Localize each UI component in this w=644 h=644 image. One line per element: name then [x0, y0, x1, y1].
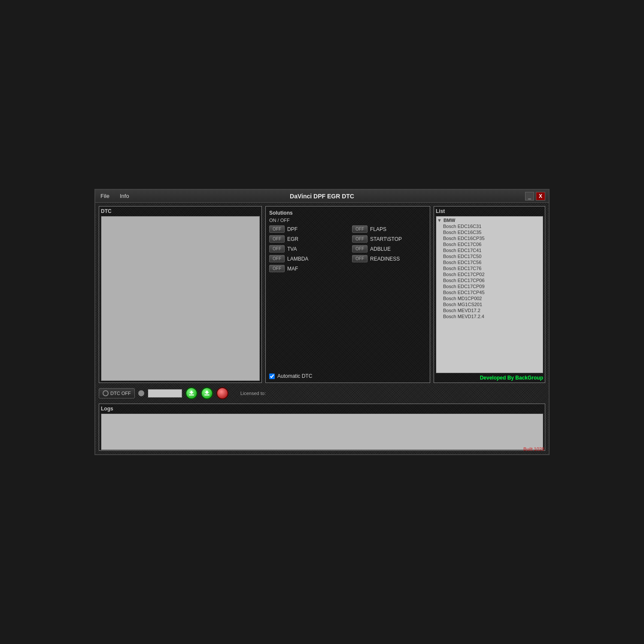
- solution-row-lambda: OFF LAMBDA: [269, 255, 343, 262]
- minimize-button[interactable]: _: [525, 192, 534, 200]
- dtc-list[interactable]: [101, 216, 260, 381]
- solutions-panel: Solutions ON / OFF OFF DPF OFF EGR: [265, 206, 430, 383]
- solutions-right-col: OFF FLAPS OFF START\STOP OFF ADBLUE OF: [352, 225, 426, 369]
- build-info: Built 1028: [523, 447, 544, 452]
- auto-dtc-checkbox[interactable]: [269, 374, 275, 379]
- app-title: DaVinci DPF EGR DTC: [290, 193, 354, 200]
- list-item[interactable]: Bosch MG1CS201: [437, 301, 542, 307]
- download-button-1[interactable]: [185, 387, 197, 399]
- list-item[interactable]: Bosch EDC17CP45: [437, 289, 542, 295]
- list-item[interactable]: Bosch EDC17CP09: [437, 283, 542, 289]
- toggle-lambda[interactable]: OFF: [269, 255, 285, 262]
- solution-row-tva: OFF TVA: [269, 245, 343, 252]
- dtc-off-label: DTC OFF: [110, 391, 131, 396]
- list-item[interactable]: Bosch EDC17CP02: [437, 271, 542, 277]
- list-panel: List ▼ BMW Bosch EDC16C31Bosch EDC16C35B…: [434, 206, 545, 383]
- menu-file[interactable]: File: [99, 192, 111, 200]
- toggle-dpf[interactable]: OFF: [269, 225, 285, 233]
- download-button-2[interactable]: [201, 387, 213, 399]
- toggle-adblue[interactable]: OFF: [352, 245, 368, 252]
- dtc-off-button[interactable]: DTC OFF: [99, 388, 135, 398]
- list-item[interactable]: Bosch MEVD17.2: [437, 307, 542, 313]
- file-input[interactable]: [148, 389, 182, 398]
- toggle-readiness[interactable]: OFF: [352, 255, 368, 262]
- top-row: DTC Solutions ON / OFF OFF DPF OFF: [99, 206, 545, 383]
- label-maf: MAF: [287, 266, 298, 272]
- licensed-label: Licensed to:: [240, 391, 266, 396]
- menu-area: File Info: [99, 192, 131, 200]
- power-icon: [103, 390, 109, 396]
- solution-row-readiness: OFF READINESS: [352, 255, 426, 262]
- label-adblue: ADBLUE: [370, 246, 391, 252]
- svg-rect-1: [204, 395, 210, 395]
- list-item[interactable]: Bosch EDC17C06: [437, 241, 542, 247]
- list-bottom: Developed By BackGroup: [436, 375, 543, 381]
- list-item[interactable]: Bosch EDC17C56: [437, 259, 542, 265]
- label-dpf: DPF: [287, 226, 298, 232]
- auto-dtc-label: Automatic DTC: [277, 373, 312, 379]
- label-readiness: READINESS: [370, 256, 400, 262]
- toggle-egr[interactable]: OFF: [269, 235, 285, 243]
- toggle-flaps[interactable]: OFF: [352, 225, 368, 233]
- list-item[interactable]: Bosch EDC16C31: [437, 223, 542, 229]
- main-content: DTC Solutions ON / OFF OFF DPF OFF: [95, 203, 549, 454]
- stop-button[interactable]: [216, 387, 228, 399]
- toggle-startstop[interactable]: OFF: [352, 235, 368, 243]
- menu-info[interactable]: Info: [118, 192, 131, 200]
- solution-row-dpf: OFF DPF: [269, 225, 343, 233]
- solution-row-adblue: OFF ADBLUE: [352, 245, 426, 252]
- list-items-container: Bosch EDC16C31Bosch EDC16C35Bosch EDC16C…: [437, 223, 542, 319]
- svg-rect-0: [189, 395, 194, 395]
- list-item[interactable]: Bosch EDC17C41: [437, 247, 542, 253]
- solution-row-egr: OFF EGR: [269, 235, 343, 243]
- list-box[interactable]: ▼ BMW Bosch EDC16C31Bosch EDC16C35Bosch …: [436, 216, 543, 373]
- dtc-title: DTC: [101, 208, 260, 214]
- label-egr: EGR: [287, 236, 298, 242]
- title-bar: File Info DaVinci DPF EGR DTC _ X: [95, 190, 549, 203]
- window-controls: _ X: [525, 192, 545, 200]
- dtc-panel: DTC: [99, 206, 262, 383]
- solutions-left-col: OFF DPF OFF EGR OFF TVA OFF: [269, 225, 343, 369]
- close-button[interactable]: X: [536, 192, 545, 200]
- auto-dtc-row: Automatic DTC: [269, 373, 426, 379]
- toggle-tva[interactable]: OFF: [269, 245, 285, 252]
- label-tva: TVA: [287, 246, 297, 252]
- logs-box: [101, 413, 543, 450]
- logs-panel: Logs: [99, 404, 545, 451]
- list-item[interactable]: Bosch EDC16C35: [437, 229, 542, 235]
- solution-row-flaps: OFF FLAPS: [352, 225, 426, 233]
- logs-title: Logs: [101, 406, 543, 412]
- list-item[interactable]: Bosch EDC17C76: [437, 265, 542, 271]
- status-indicator: [138, 390, 144, 396]
- label-flaps: FLAPS: [370, 226, 386, 232]
- solution-row-maf: OFF MAF: [269, 265, 343, 272]
- list-item[interactable]: Bosch MEVD17.2.4: [437, 313, 542, 319]
- solutions-title: Solutions: [269, 210, 426, 216]
- list-item[interactable]: Bosch EDC16CP35: [437, 235, 542, 241]
- list-item[interactable]: Bosch EDC17C50: [437, 253, 542, 259]
- toggle-maf[interactable]: OFF: [269, 265, 285, 272]
- solution-row-startstop: OFF START\STOP: [352, 235, 426, 243]
- app-window: File Info DaVinci DPF EGR DTC _ X DTC So…: [94, 189, 550, 455]
- list-title: List: [436, 208, 543, 214]
- label-startstop: START\STOP: [370, 236, 402, 242]
- on-off-label: ON / OFF: [269, 218, 426, 223]
- list-item[interactable]: Bosch MD1CP002: [437, 295, 542, 301]
- list-item[interactable]: Bosch EDC17CP06: [437, 277, 542, 283]
- bottom-bar: DTC OFF Licensed to:: [99, 386, 545, 401]
- developed-label: Developed By BackGroup: [480, 375, 543, 381]
- solutions-grid: OFF DPF OFF EGR OFF TVA OFF: [269, 225, 426, 369]
- label-lambda: LAMBDA: [287, 256, 308, 262]
- list-group-bmw: BMW: [443, 217, 456, 223]
